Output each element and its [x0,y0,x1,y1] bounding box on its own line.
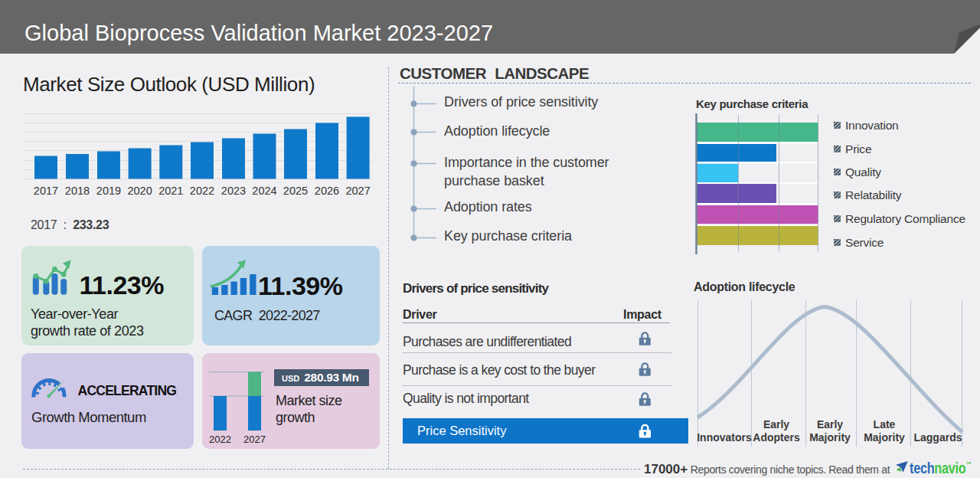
svg-text:2021: 2021 [158,185,183,197]
svg-text:2022: 2022 [190,185,214,197]
svg-text:2026: 2026 [315,185,339,197]
svg-text:2017: 2017 [34,185,58,197]
svg-text:2018: 2018 [65,185,90,197]
svg-text:2025: 2025 [283,185,308,197]
svg-text:2019: 2019 [96,185,121,197]
svg-text:2024: 2024 [252,185,276,197]
svg-text:2027: 2027 [243,434,266,445]
svg-text:2023: 2023 [221,185,246,197]
svg-text:2020: 2020 [127,185,152,197]
svg-text:2022: 2022 [209,434,231,445]
svg-text:2027: 2027 [345,185,370,197]
